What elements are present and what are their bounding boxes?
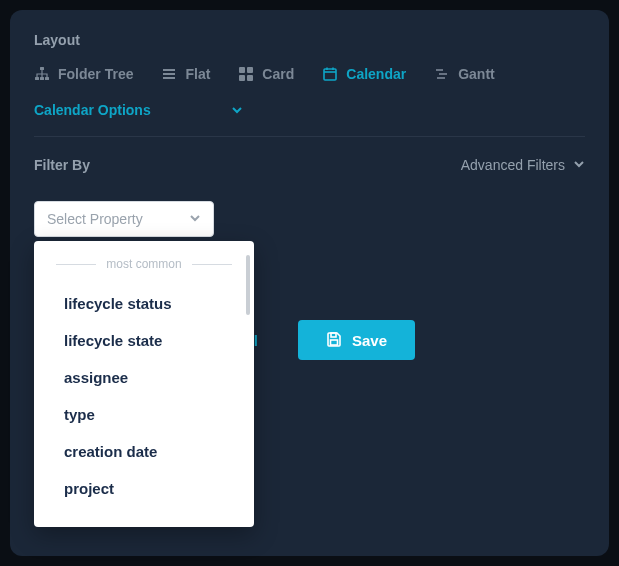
svg-rect-9 [239,75,245,81]
svg-rect-10 [247,75,253,81]
tab-label: Flat [185,66,210,82]
grid-icon [238,66,254,82]
filter-by-title: Filter By [34,157,90,173]
svg-rect-2 [40,77,44,80]
save-label: Save [352,332,387,349]
dropdown-item-assignee[interactable]: assignee [34,359,254,396]
tab-folder-tree[interactable]: Folder Tree [34,66,133,82]
advanced-filters-toggle[interactable]: Advanced Filters [461,157,585,173]
property-select-wrap: Select Property most common lifecycle st… [34,201,214,237]
sitemap-icon [34,66,50,82]
svg-rect-1 [35,77,39,80]
tab-flat[interactable]: Flat [161,66,210,82]
dropdown-section-header: most common [34,257,254,271]
svg-rect-19 [330,340,337,345]
property-dropdown: most common lifecycle status lifecycle s… [34,241,254,527]
chevron-down-icon [189,210,201,228]
dropdown-item-creation-date[interactable]: creation date [34,433,254,470]
calendar-options-toggle[interactable]: Calendar Options [34,102,585,137]
dropdown-item-lifecycle-status[interactable]: lifecycle status [34,285,254,322]
filter-header: Filter By Advanced Filters [34,157,585,173]
save-button[interactable]: Save [298,320,415,360]
svg-rect-8 [247,67,253,73]
tab-label: Calendar [346,66,406,82]
svg-rect-11 [324,69,336,80]
save-icon [326,331,342,350]
settings-panel: Layout Folder Tree Flat Card Calendar [10,10,609,556]
layout-section-title: Layout [34,32,585,48]
list-icon [161,66,177,82]
layout-tabs: Folder Tree Flat Card Calendar Gantt [34,66,585,82]
svg-rect-0 [40,67,44,70]
chevron-down-icon [573,157,585,173]
chevron-down-icon [231,104,243,116]
tab-label: Folder Tree [58,66,133,82]
gantt-icon [434,66,450,82]
dropdown-item-project[interactable]: project [34,470,254,507]
select-placeholder: Select Property [47,211,143,227]
dropdown-section-label: most common [106,257,181,271]
advanced-filters-label: Advanced Filters [461,157,565,173]
tab-calendar[interactable]: Calendar [322,66,406,82]
svg-rect-3 [45,77,49,80]
tab-label: Card [262,66,294,82]
svg-rect-7 [239,67,245,73]
calendar-options-label: Calendar Options [34,102,151,118]
tab-gantt[interactable]: Gantt [434,66,495,82]
property-select[interactable]: Select Property [34,201,214,237]
svg-rect-18 [331,333,336,337]
calendar-icon [322,66,338,82]
tab-label: Gantt [458,66,495,82]
dropdown-item-lifecycle-state[interactable]: lifecycle state [34,322,254,359]
tab-card[interactable]: Card [238,66,294,82]
dropdown-item-type[interactable]: type [34,396,254,433]
